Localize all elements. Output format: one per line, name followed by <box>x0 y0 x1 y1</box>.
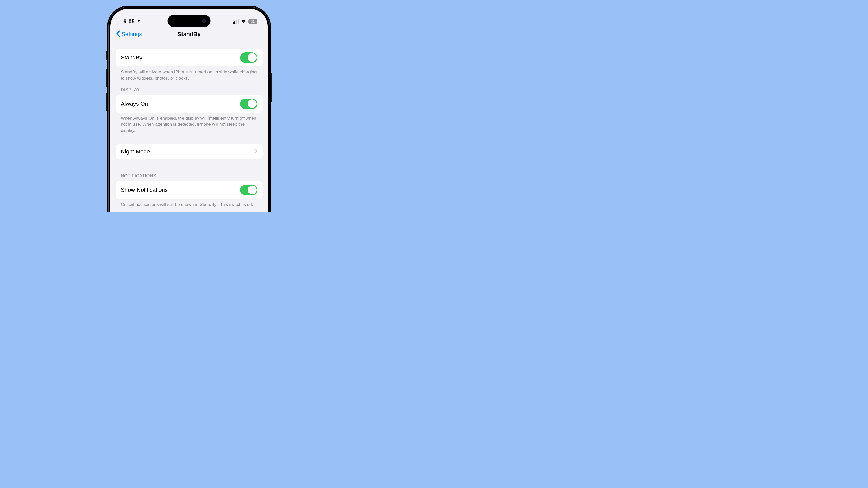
show-notifications-footer: Critical notifications will still be sho… <box>116 199 262 208</box>
wifi-icon <box>241 18 246 25</box>
power-button[interactable] <box>271 73 272 102</box>
standby-footer: StandBy will activate when iPhone is tur… <box>116 66 262 82</box>
show-notifications-row[interactable]: Show Notifications <box>116 181 262 199</box>
night-mode-row[interactable]: Night Mode <box>116 144 262 159</box>
display-header: DISPLAY <box>116 87 262 95</box>
section-display: DISPLAY Always On When Always On is enab… <box>116 87 262 159</box>
volume-up-button[interactable] <box>106 69 107 88</box>
battery-level: 31 <box>251 20 254 23</box>
always-on-toggle[interactable] <box>240 99 257 109</box>
cellular-signal-icon <box>233 19 239 24</box>
night-mode-label: Night Mode <box>121 148 150 155</box>
standby-toggle[interactable] <box>240 53 257 63</box>
iphone-frame: 6:05 <box>107 6 271 212</box>
location-services-icon <box>136 18 141 25</box>
section-standby: StandBy StandBy will activate when iPhon… <box>116 49 262 82</box>
silent-switch[interactable] <box>106 51 107 61</box>
battery-icon: 31 <box>248 19 257 24</box>
back-label: Settings <box>122 31 142 38</box>
status-time: 6:05 <box>123 18 135 25</box>
chevron-right-icon <box>254 149 257 155</box>
back-button[interactable]: Settings <box>116 30 142 38</box>
volume-down-button[interactable] <box>106 93 107 111</box>
standby-label: StandBy <box>121 54 142 61</box>
dynamic-island[interactable] <box>168 14 211 27</box>
screen: 6:05 <box>110 9 268 212</box>
front-camera <box>202 19 206 23</box>
always-on-footer: When Always On is enabled, the display w… <box>116 113 262 134</box>
page-title: StandBy <box>177 31 200 38</box>
content: StandBy StandBy will activate when iPhon… <box>110 49 268 208</box>
notifications-header: NOTIFICATIONS <box>116 173 262 181</box>
standby-row[interactable]: StandBy <box>116 49 262 66</box>
chevron-left-icon <box>116 30 121 38</box>
always-on-label: Always On <box>121 100 148 107</box>
always-on-row[interactable]: Always On <box>116 95 262 113</box>
section-notifications: NOTIFICATIONS Show Notifications Critica… <box>116 173 262 208</box>
show-notifications-label: Show Notifications <box>121 187 168 193</box>
navigation-bar: Settings StandBy <box>110 27 268 41</box>
show-notifications-toggle[interactable] <box>240 185 257 195</box>
